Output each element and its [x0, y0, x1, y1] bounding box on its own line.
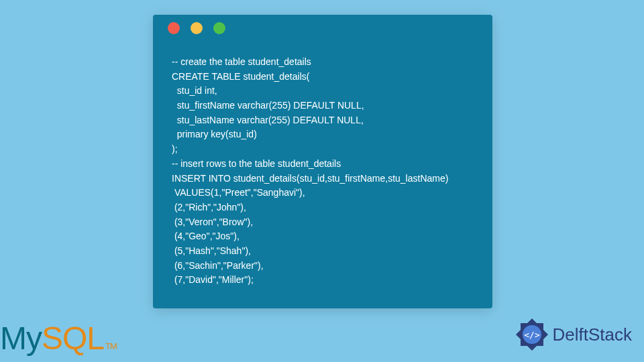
code-line: (7,"David","Miller");: [172, 274, 254, 285]
close-icon: [168, 22, 180, 34]
mysql-logo-sql: SQL: [42, 320, 104, 356]
delftstack-logo-text: DelftStack: [553, 324, 633, 345]
maximize-icon: [213, 22, 225, 34]
code-line: (3,"Veron","Brow"),: [172, 217, 253, 227]
window-titlebar: [153, 15, 492, 42]
code-block: -- create the table student_details CREA…: [153, 42, 492, 288]
code-line: (2,"Rich","John"),: [172, 202, 246, 213]
code-line: (5,"Hash","Shah"),: [172, 245, 251, 256]
mysql-logo: MySQLTM: [0, 320, 117, 357]
code-line: stu_firstName varchar(255) DEFAULT NULL,: [172, 100, 364, 111]
code-line: (6,"Sachin","Parker"),: [172, 260, 264, 271]
mysql-logo-tm: TM: [105, 341, 117, 351]
minimize-icon: [191, 22, 203, 34]
svg-text:</>: </>: [524, 330, 540, 340]
delftstack-logo: </> DelftStack: [514, 316, 633, 353]
code-line: VALUES(1,"Preet","Sanghavi"),: [172, 187, 305, 198]
code-line: );: [172, 143, 178, 154]
code-line: stu_id int,: [172, 85, 217, 96]
delftstack-badge-icon: </>: [514, 316, 550, 353]
code-line: CREATE TABLE student_details(: [172, 71, 309, 82]
code-line: -- create the table student_details: [172, 56, 311, 67]
code-line: primary key(stu_id): [172, 129, 257, 139]
code-window: -- create the table student_details CREA…: [153, 15, 492, 308]
code-line: stu_lastName varchar(255) DEFAULT NULL,: [172, 115, 364, 125]
code-line: -- insert rows to the table student_deta…: [172, 158, 341, 169]
mysql-logo-my: My: [0, 320, 42, 356]
code-line: INSERT INTO student_details(stu_id,stu_f…: [172, 173, 448, 184]
code-line: (4,"Geo","Jos"),: [172, 231, 239, 241]
